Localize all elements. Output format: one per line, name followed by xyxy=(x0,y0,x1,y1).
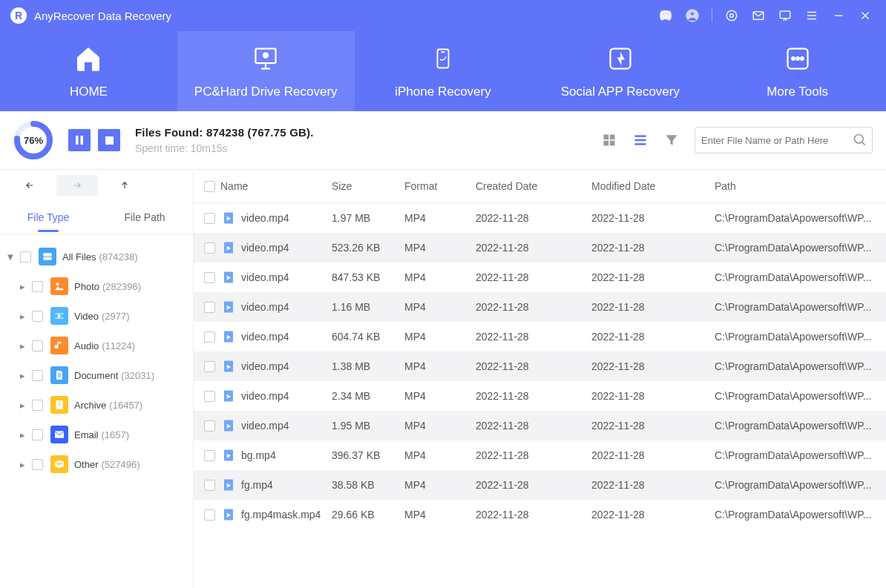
tree-node[interactable]: ▸Email(1657) xyxy=(3,420,190,449)
tree-checkbox[interactable] xyxy=(32,459,43,470)
tree-checkbox[interactable] xyxy=(32,340,43,351)
file-path: C:\ProgramData\Apowersoft\WP... xyxy=(715,242,886,254)
table-row[interactable]: video.mp41.38 MBMP42022-11-282022-11-28C… xyxy=(194,351,886,381)
tree-node[interactable]: ▸Document(32031) xyxy=(3,360,190,390)
file-modified: 2022-11-28 xyxy=(591,271,715,283)
tree-node[interactable]: ▸Archive(16457) xyxy=(3,390,190,420)
file-icon xyxy=(222,449,235,462)
discord-icon[interactable] xyxy=(657,7,675,24)
tree-label: Document xyxy=(74,370,118,381)
file-size: 1.38 MB xyxy=(332,360,404,372)
grid-view-icon[interactable] xyxy=(600,131,619,150)
table-row[interactable]: fg.mp438.58 KBMP42022-11-282022-11-28C:\… xyxy=(194,470,886,500)
nav-forward-button[interactable] xyxy=(56,175,98,196)
table-row[interactable]: fg.mp4mask.mp429.66 KBMP42022-11-282022-… xyxy=(194,500,886,529)
table-row[interactable]: video.mp4523.26 KBMP42022-11-282022-11-2… xyxy=(194,233,886,262)
svg-point-11 xyxy=(792,57,795,60)
nav-back-button[interactable] xyxy=(9,175,50,196)
primary-tabs: HOME PC&Hard Drive Recovery iPhone Recov… xyxy=(0,31,886,111)
tree-node[interactable]: ▸Photo(282396) xyxy=(3,271,190,301)
row-checkbox[interactable] xyxy=(204,331,215,343)
table-row[interactable]: video.mp4604.74 KBMP42022-11-282022-11-2… xyxy=(194,322,886,351)
tree-checkbox[interactable] xyxy=(32,311,43,322)
table-row[interactable]: video.mp41.97 MBMP42022-11-282022-11-28C… xyxy=(194,203,886,233)
file-modified: 2022-11-28 xyxy=(591,360,715,372)
col-format[interactable]: Format xyxy=(404,180,476,192)
row-checkbox[interactable] xyxy=(204,480,215,491)
mail-icon[interactable] xyxy=(749,7,767,24)
row-checkbox[interactable] xyxy=(204,450,215,461)
tree-checkbox[interactable] xyxy=(32,429,43,440)
subtab-file-path[interactable]: File Path xyxy=(96,211,193,223)
nav-up-button[interactable] xyxy=(104,175,145,196)
col-name[interactable]: Name xyxy=(220,180,332,192)
table-row[interactable]: video.mp41.16 MBMP42022-11-282022-11-28C… xyxy=(194,292,886,322)
table-row[interactable]: video.mp4847.53 KBMP42022-11-282022-11-2… xyxy=(194,262,886,292)
col-size[interactable]: Size xyxy=(332,180,404,192)
col-modified[interactable]: Modified Date xyxy=(591,180,715,192)
file-created: 2022-11-28 xyxy=(476,449,591,461)
tab-iphone-recovery[interactable]: iPhone Recovery xyxy=(355,31,532,111)
tree-checkbox[interactable] xyxy=(32,370,43,381)
row-checkbox[interactable] xyxy=(204,420,215,432)
sync-icon[interactable] xyxy=(723,7,741,24)
tree-checkbox[interactable] xyxy=(20,251,31,262)
tab-more-tools[interactable]: More Tools xyxy=(709,31,886,111)
row-checkbox[interactable] xyxy=(204,302,215,313)
sidebar-nav xyxy=(0,170,193,201)
row-checkbox[interactable] xyxy=(204,509,215,521)
row-checkbox[interactable] xyxy=(204,272,215,283)
row-checkbox[interactable] xyxy=(204,213,215,224)
col-path[interactable]: Path xyxy=(715,180,886,192)
menu-icon[interactable] xyxy=(803,7,821,24)
tree-node[interactable]: ▸Video(2977) xyxy=(3,301,190,331)
stop-button[interactable] xyxy=(98,129,120,151)
tree-label: Audio xyxy=(74,340,99,351)
file-name: video.mp4 xyxy=(241,242,289,254)
filter-icon[interactable] xyxy=(662,131,681,150)
subtab-file-type[interactable]: File Type xyxy=(0,211,96,223)
tree-count: (2977) xyxy=(102,311,130,322)
tab-social-recovery[interactable]: Social APP Recovery xyxy=(531,31,709,111)
table-row[interactable]: video.mp42.34 MBMP42022-11-282022-11-28C… xyxy=(194,381,886,411)
file-created: 2022-11-28 xyxy=(476,331,591,343)
file-type-tree: ▼All Files(874238)▸Photo(282396)▸Video(2… xyxy=(0,234,193,486)
tree-label: Email xyxy=(74,429,99,440)
row-checkbox[interactable] xyxy=(204,391,215,402)
row-checkbox[interactable] xyxy=(204,361,215,372)
tab-pc-recovery[interactable]: PC&Hard Drive Recovery xyxy=(177,31,355,111)
table-row[interactable]: video.mp41.95 MBMP42022-11-282022-11-28C… xyxy=(194,411,886,440)
tree-node[interactable]: ▸Other(527496) xyxy=(3,449,190,479)
tab-home[interactable]: HOME xyxy=(0,31,177,111)
pause-button[interactable] xyxy=(68,129,91,151)
file-path: C:\ProgramData\Apowersoft\WP... xyxy=(715,449,886,461)
search-input[interactable] xyxy=(700,134,853,147)
tree-node[interactable]: ▸Audio(11224) xyxy=(3,331,190,360)
select-all-checkbox[interactable] xyxy=(204,181,215,192)
list-view-icon[interactable] xyxy=(631,131,650,150)
tree-label: All Files xyxy=(62,251,96,262)
minimize-icon[interactable] xyxy=(830,7,847,24)
table-header: Name Size Format Created Date Modified D… xyxy=(194,170,886,203)
svg-rect-30 xyxy=(55,431,64,437)
file-created: 2022-11-28 xyxy=(476,390,591,402)
search-box[interactable] xyxy=(695,127,873,153)
col-created[interactable]: Created Date xyxy=(476,180,591,192)
tab-label: HOME xyxy=(70,85,108,99)
tree-checkbox[interactable] xyxy=(32,281,43,292)
user-icon[interactable] xyxy=(683,7,701,24)
tree-count: (1657) xyxy=(102,429,130,440)
tree-label: Other xyxy=(74,459,99,470)
tree-node-all-files[interactable]: ▼All Files(874238) xyxy=(3,242,190,271)
svg-rect-16 xyxy=(76,136,79,145)
row-checkbox[interactable] xyxy=(204,242,215,254)
table-row[interactable]: bg.mp4396.37 KBMP42022-11-282022-11-28C:… xyxy=(194,440,886,470)
file-path: C:\ProgramData\Apowersoft\WP... xyxy=(715,509,886,521)
file-path: C:\ProgramData\Apowersoft\WP... xyxy=(715,331,886,343)
close-icon[interactable] xyxy=(856,7,874,24)
file-created: 2022-11-28 xyxy=(476,360,591,372)
file-name: video.mp4 xyxy=(241,390,289,402)
feedback-icon[interactable] xyxy=(776,7,794,24)
tree-label: Video xyxy=(74,311,99,322)
tree-checkbox[interactable] xyxy=(32,400,43,411)
